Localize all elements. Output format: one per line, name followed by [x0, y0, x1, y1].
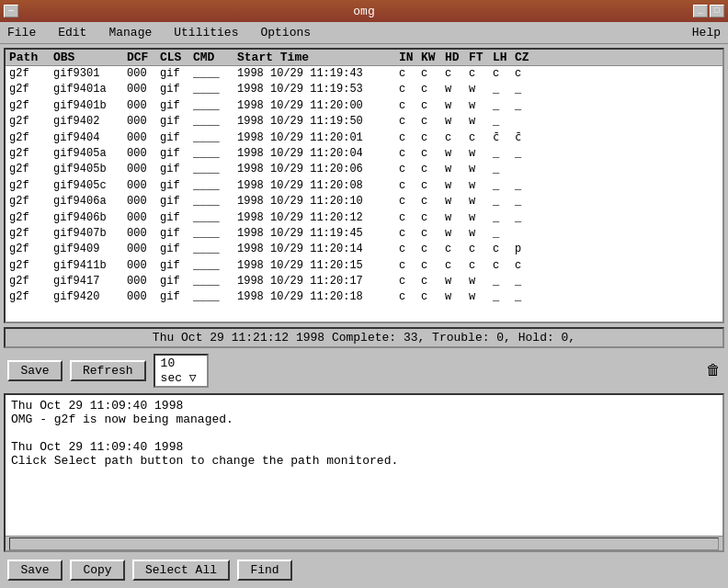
status-text: Thu Oct 29 11:21:12 1998 Complete: 33, T…: [153, 331, 575, 345]
cell-hd: w: [445, 162, 469, 177]
cell-kw: c: [421, 130, 445, 146]
cell-lh: _: [493, 178, 515, 194]
table-row[interactable]: g2f gif9420 000 gif ____ 1998 10/29 11:2…: [6, 289, 722, 305]
find-button[interactable]: Find: [237, 560, 292, 581]
save-button[interactable]: Save: [7, 360, 63, 381]
delete-icon[interactable]: 🗑: [706, 362, 721, 379]
table-row[interactable]: g2f gif9401b 000 gif ____ 1998 10/29 11:…: [6, 98, 722, 114]
cell-lh: c: [493, 242, 515, 257]
cell-lh: _: [493, 114, 515, 130]
table-section: Path OBS DCF CLS CMD Start Time IN KW HD…: [4, 48, 724, 323]
cell-path: g2f: [9, 242, 53, 257]
table-row[interactable]: g2f gif9411b 000 gif ____ 1998 10/29 11:…: [6, 258, 722, 274]
cell-start: 1998 10/29 11:20:08: [237, 178, 399, 194]
title-bar-icon-area: ─: [4, 5, 18, 17]
maximize-button[interactable]: □: [710, 5, 724, 17]
menu-help[interactable]: Help: [688, 25, 724, 40]
interval-display[interactable]: 10 sec ▽: [154, 354, 209, 388]
cell-in: c: [399, 242, 421, 257]
cell-in: c: [399, 130, 421, 146]
cell-ft: w: [469, 98, 493, 114]
table-row[interactable]: g2f gif9409 000 gif ____ 1998 10/29 11:2…: [6, 242, 722, 257]
table-row[interactable]: g2f gif9405a 000 gif ____ 1998 10/29 11:…: [6, 146, 722, 162]
table-row[interactable]: g2f gif9406b 000 gif ____ 1998 10/29 11:…: [6, 210, 722, 226]
table-row[interactable]: g2f gif9406a 000 gif ____ 1998 10/29 11:…: [6, 194, 722, 209]
cell-start: 1998 10/29 11:20:10: [237, 194, 399, 209]
cell-cls: gif: [160, 98, 193, 114]
table-row[interactable]: g2f gif9405b 000 gif ____ 1998 10/29 11:…: [6, 162, 722, 177]
cell-path: g2f: [9, 274, 53, 289]
cell-cmd: ____: [193, 162, 237, 177]
cell-cls: gif: [160, 242, 193, 257]
cell-cmd: ____: [193, 114, 237, 130]
cell-cz: _: [515, 274, 540, 289]
cell-dcf: 000: [127, 98, 160, 114]
refresh-button[interactable]: Refresh: [70, 360, 146, 381]
table-row[interactable]: g2f gif9405c 000 gif ____ 1998 10/29 11:…: [6, 178, 722, 194]
table-row[interactable]: g2f gif9417 000 gif ____ 1998 10/29 11:2…: [6, 274, 722, 289]
menu-options[interactable]: Options: [256, 25, 314, 40]
cell-cz: _: [515, 146, 540, 162]
cell-cls: gif: [160, 162, 193, 177]
cell-in: c: [399, 82, 421, 97]
cell-cz: [515, 114, 540, 130]
cell-in: c: [399, 162, 421, 177]
menu-bar: File Edit Manage Utilities Options Help: [0, 22, 728, 44]
menu-utilities[interactable]: Utilities: [170, 25, 242, 40]
cell-dcf: 000: [127, 194, 160, 209]
cell-cls: gif: [160, 146, 193, 162]
cell-hd: w: [445, 210, 469, 226]
cell-in: c: [399, 114, 421, 130]
select-all-button[interactable]: Select All: [132, 560, 230, 581]
cell-cmd: ____: [193, 258, 237, 274]
cell-start: 1998 10/29 11:20:01: [237, 130, 399, 146]
controls-bar: Save Refresh 10 sec ▽ 🗑: [4, 352, 724, 390]
col-header-kw: KW: [421, 51, 445, 64]
cell-cls: gif: [160, 289, 193, 305]
system-menu-icon: ─: [8, 6, 13, 16]
cell-start: 1998 10/29 11:20:18: [237, 289, 399, 305]
cell-kw: c: [421, 226, 445, 242]
table-row[interactable]: g2f gif9301 000 gif ____ 1998 10/29 11:1…: [6, 66, 722, 82]
cell-obs: gif9401b: [53, 98, 127, 114]
cell-path: g2f: [9, 146, 53, 162]
cell-obs: gif9301: [53, 66, 127, 82]
menu-manage[interactable]: Manage: [105, 25, 155, 40]
cell-hd: c: [445, 130, 469, 146]
cell-lh: _: [493, 146, 515, 162]
cell-kw: c: [421, 178, 445, 194]
log-save-button[interactable]: Save: [7, 560, 63, 581]
copy-button[interactable]: Copy: [70, 560, 125, 581]
minimize-button[interactable]: _: [693, 5, 708, 17]
cell-kw: c: [421, 274, 445, 289]
cell-dcf: 000: [127, 226, 160, 242]
table-row[interactable]: g2f gif9401a 000 gif ____ 1998 10/29 11:…: [6, 82, 722, 97]
cell-in: c: [399, 146, 421, 162]
table-row[interactable]: g2f gif9407b 000 gif ____ 1998 10/29 11:…: [6, 226, 722, 242]
cell-start: 1998 10/29 11:20:06: [237, 162, 399, 177]
menu-file[interactable]: File: [4, 25, 40, 40]
table-body[interactable]: g2f gif9301 000 gif ____ 1998 10/29 11:1…: [6, 66, 722, 322]
cell-ft: w: [469, 226, 493, 242]
cell-lh: c̄: [493, 130, 515, 146]
cell-cz: _: [515, 82, 540, 97]
log-h-scrollbar[interactable]: [6, 536, 722, 550]
table-row[interactable]: g2f gif9404 000 gif ____ 1998 10/29 11:2…: [6, 130, 722, 146]
main-window: Path OBS DCF CLS CMD Start Time IN KW HD…: [0, 44, 728, 588]
log-body[interactable]: Thu Oct 29 11:09:40 1998 OMG - g2f is no…: [6, 395, 722, 536]
table-row[interactable]: g2f gif9402 000 gif ____ 1998 10/29 11:1…: [6, 114, 722, 130]
cell-hd: w: [445, 98, 469, 114]
cell-dcf: 000: [127, 82, 160, 97]
cell-ft: c: [469, 66, 493, 82]
cell-kw: c: [421, 258, 445, 274]
cell-ft: w: [469, 162, 493, 177]
cell-cls: gif: [160, 66, 193, 82]
cell-cmd: ____: [193, 242, 237, 257]
cell-cz: p: [515, 242, 540, 257]
cell-start: 1998 10/29 11:20:15: [237, 258, 399, 274]
menu-edit[interactable]: Edit: [54, 25, 90, 40]
system-menu-button[interactable]: ─: [4, 5, 18, 17]
col-header-cmd: CMD: [193, 51, 237, 64]
col-header-ft: FT: [469, 51, 493, 64]
cell-dcf: 000: [127, 242, 160, 257]
